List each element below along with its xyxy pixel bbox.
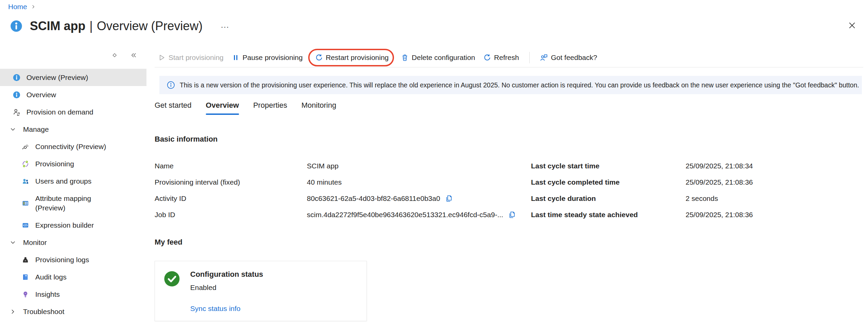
provisioning-cycle-icon — [22, 160, 29, 168]
tab-label: Get started — [155, 101, 192, 110]
sidebar-item-label: Attribute mapping (Preview) — [35, 194, 100, 213]
sidebar-item-overview-preview[interactable]: Overview (Preview) — [0, 69, 146, 86]
diamond-icon[interactable] — [111, 52, 118, 59]
refresh-button[interactable]: Refresh — [484, 54, 519, 62]
field-value: 80c63621-62a5-4d03-bf82-6a6811e0b3a0 — [307, 194, 440, 203]
info-icon — [13, 74, 20, 81]
tab-monitoring[interactable]: Monitoring — [301, 101, 336, 115]
info-outline-icon — [167, 81, 175, 89]
sidebar-controls — [111, 51, 137, 59]
sidebar-item-audit-logs[interactable]: Audit logs — [0, 268, 146, 286]
pause-provisioning-button[interactable]: Pause provisioning — [232, 54, 302, 62]
button-label: Got feedback? — [551, 54, 597, 62]
pause-icon — [232, 54, 239, 61]
sidebar-item-provision-on-demand[interactable]: Provision on demand — [0, 103, 146, 121]
info-banner: This is a new version of the provisionin… — [159, 76, 862, 94]
toolbar-rule — [155, 67, 863, 67]
delete-configuration-button[interactable]: Delete configuration — [401, 54, 475, 62]
copy-icon[interactable] — [445, 194, 453, 203]
field-label: Last cycle duration — [531, 194, 686, 203]
person-log-icon — [22, 256, 29, 264]
field-label: Provisioning interval (fixed) — [155, 178, 307, 186]
button-label: Delete configuration — [412, 54, 475, 62]
button-label: Start provisioning — [169, 54, 223, 62]
sidebar-item-label: Provisioning logs — [35, 256, 89, 264]
sidebar-item-provisioning-logs[interactable]: Provisioning logs — [0, 251, 146, 268]
users-icon — [22, 178, 29, 185]
field-label: Last time steady state achieved — [531, 211, 686, 219]
trash-icon — [401, 54, 409, 61]
tab-get-started[interactable]: Get started — [155, 101, 192, 115]
play-icon — [158, 54, 165, 61]
refresh-icon — [484, 54, 491, 61]
sidebar-item-label: Overview (Preview) — [26, 74, 88, 82]
code-icon — [22, 222, 29, 229]
toolbar-divider — [529, 52, 530, 63]
sidebar-item-users-and-groups[interactable]: Users and groups — [0, 172, 146, 190]
feedback-icon — [540, 54, 548, 62]
sidebar-group-label: Monitor — [23, 238, 47, 247]
banner-text: This is a new version of the provisionin… — [180, 81, 859, 89]
field-label: Activity ID — [155, 194, 307, 203]
sidebar-item-label: Overview — [26, 91, 56, 99]
sidebar-item-label: Users and groups — [35, 177, 92, 185]
start-provisioning-button: Start provisioning — [158, 54, 223, 62]
sidebar-item-expression-builder[interactable]: Expression builder — [0, 216, 146, 234]
field-value: 40 minutes — [307, 178, 342, 186]
breadcrumb-home-link[interactable]: Home — [8, 3, 27, 11]
field-label: Name — [155, 162, 307, 170]
got-feedback-button[interactable]: Got feedback? — [540, 54, 597, 62]
status-value: Enabled — [190, 284, 216, 292]
chevron-down-icon — [9, 239, 16, 246]
button-label: Pause provisioning — [242, 54, 302, 62]
sidebar-item-label: Provision on demand — [26, 108, 93, 116]
info-icon — [13, 91, 20, 99]
sidebar-item-insights[interactable]: Insights — [0, 286, 146, 303]
sidebar-item-connectivity[interactable]: Connectivity (Preview) — [0, 138, 146, 155]
person-sync-icon — [13, 108, 20, 116]
field-value: 2 seconds — [686, 194, 718, 203]
sidebar-item-label: Connectivity (Preview) — [35, 143, 106, 151]
sidebar-item-provisioning[interactable]: Provisioning — [0, 155, 146, 172]
tab-overview[interactable]: Overview — [206, 101, 239, 115]
main-content: Start provisioning Pause provisioning Re… — [155, 0, 863, 332]
collapse-menu-icon[interactable] — [130, 51, 137, 59]
restart-provisioning-button[interactable]: Restart provisioning — [315, 54, 389, 62]
info-row-last-cycle-duration: Last cycle duration 2 seconds — [531, 190, 862, 207]
my-feed-heading: My feed — [155, 238, 182, 247]
sidebar-item-label: Audit logs — [35, 273, 66, 281]
copy-icon[interactable] — [508, 211, 516, 219]
info-row-job-id: Job ID scim.4da2272f9f5e40be963463620e51… — [155, 207, 528, 223]
field-value: 25/09/2025, 21:08:36 — [686, 211, 753, 219]
sidebar-item-overview[interactable]: Overview — [0, 86, 146, 103]
table-icon — [22, 200, 29, 207]
notebook-icon — [22, 273, 29, 281]
basic-information-heading: Basic information — [155, 135, 218, 144]
sidebar-item-label: Expression builder — [35, 221, 94, 229]
sidebar-group-troubleshoot[interactable]: Troubleshoot — [0, 303, 146, 320]
restart-icon — [315, 54, 323, 61]
sidebar-item-attribute-mapping[interactable]: Attribute mapping (Preview) — [0, 190, 146, 216]
info-row-name: Name SCIM app — [155, 158, 528, 174]
basic-info-left-column: Name SCIM app Provisioning interval (fix… — [155, 158, 528, 223]
chevron-down-icon — [9, 126, 16, 133]
field-value: 25/09/2025, 21:08:34 — [686, 162, 753, 170]
sidebar-group-manage[interactable]: Manage — [0, 121, 146, 138]
tab-properties[interactable]: Properties — [253, 101, 287, 115]
card-title: Configuration status — [190, 270, 263, 279]
restart-provisioning-wrapper: Restart provisioning — [315, 54, 389, 62]
info-row-activity-id: Activity ID 80c63621-62a5-4d03-bf82-6a68… — [155, 190, 528, 207]
sidebar-group-monitor[interactable]: Monitor — [0, 234, 146, 251]
field-value: scim.4da2272f9f5e40be963463620e513321.ec… — [307, 211, 503, 219]
tab-bar: Get started Overview Properties Monitori… — [155, 101, 336, 115]
field-label: Last cycle completed time — [531, 178, 686, 186]
app-info-icon — [10, 20, 22, 32]
title-separator: | — [90, 19, 93, 33]
tab-label: Properties — [253, 101, 287, 110]
info-row-last-cycle-start: Last cycle start time 25/09/2025, 21:08:… — [531, 158, 862, 174]
info-row-steady-state: Last time steady state achieved 25/09/20… — [531, 207, 862, 223]
sync-status-info-link[interactable]: Sync status info — [190, 305, 240, 313]
basic-info-right-column: Last cycle start time 25/09/2025, 21:08:… — [531, 158, 862, 223]
tab-label: Overview — [206, 101, 239, 110]
chevron-right-icon — [9, 308, 16, 315]
